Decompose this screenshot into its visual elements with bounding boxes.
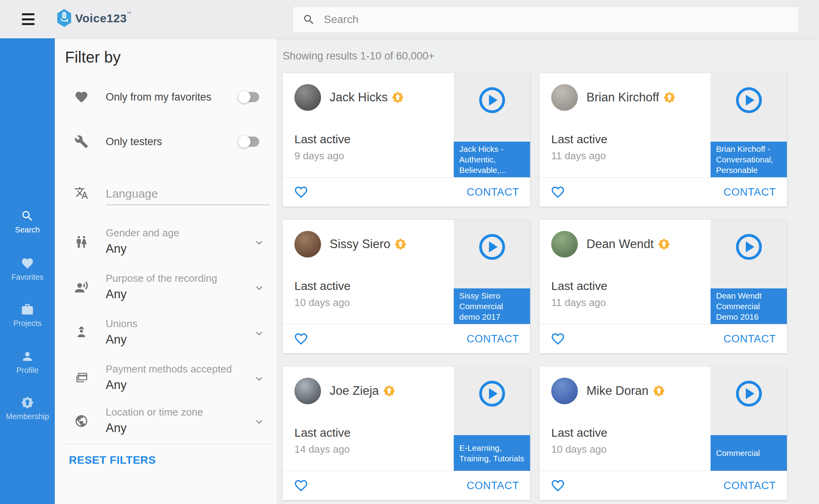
filter-value: Any — [106, 242, 126, 256]
contact-button[interactable]: CONTACT — [467, 186, 519, 198]
chevron-down-icon[interactable] — [254, 237, 265, 248]
filter-only-testers-row: Only testers — [55, 129, 276, 154]
sidebar-item-membership[interactable]: Membership — [0, 396, 55, 421]
talent-card: Dean Wendt Last active 11 days ago — [539, 220, 787, 353]
divider — [63, 444, 273, 444]
language-input[interactable] — [106, 182, 270, 205]
contact-button[interactable]: CONTACT — [467, 480, 519, 492]
demo-panel: Brian Kirchoff - Conversational, Persona… — [711, 73, 787, 177]
menu-icon[interactable] — [22, 13, 34, 25]
talent-name[interactable]: Dean Wendt — [586, 237, 654, 251]
avatar[interactable] — [294, 84, 321, 111]
chevron-down-icon[interactable] — [254, 373, 265, 384]
person-icon — [21, 350, 34, 363]
play-button[interactable] — [479, 234, 505, 260]
last-active-value: 9 days ago — [294, 150, 344, 162]
sidebar-item-projects[interactable]: Projects — [0, 303, 55, 328]
demo-title-chip[interactable]: Dean Wendt Commercial Demo 2016 — [711, 288, 787, 324]
talent-card: Sissy Siero Last active 10 days ago — [283, 220, 530, 353]
demo-panel: Commercial — [711, 367, 787, 471]
only-favorites-toggle[interactable] — [240, 92, 259, 102]
heart-outline-icon — [550, 331, 565, 346]
global-search-input[interactable] — [324, 13, 789, 26]
contact-button[interactable]: CONTACT — [467, 333, 519, 345]
filter-payment-methods[interactable]: Payment methods accepted Any — [55, 359, 276, 397]
reset-filters-button[interactable]: RESET FILTERS — [69, 454, 156, 466]
sidebar-label: Search — [0, 225, 55, 234]
talent-name[interactable]: Brian Kirchoff — [586, 90, 659, 104]
avatar[interactable] — [294, 378, 321, 404]
contact-button[interactable]: CONTACT — [723, 186, 776, 198]
card-media: Brian Kirchoff Last active 11 days ago — [539, 73, 787, 177]
demo-title-chip[interactable]: E-Learning, Training, Tutorials — [454, 435, 530, 471]
filter-label: Location or time zone — [106, 406, 203, 418]
contact-button[interactable]: CONTACT — [723, 333, 776, 345]
play-button[interactable] — [736, 381, 762, 407]
last-active-value: 11 days ago — [551, 297, 606, 309]
card-actions: CONTACT — [539, 177, 787, 207]
membership-badge-icon — [391, 91, 404, 104]
engineer-icon — [74, 326, 88, 340]
filter-label: Gender and age — [106, 227, 179, 239]
talent-name[interactable]: Sissy Siero — [330, 237, 390, 251]
results-panel: Showing results 1-10 of 60,000+ Jack Hic… — [276, 38, 819, 504]
filter-label: Only testers — [106, 136, 162, 148]
briefcase-icon — [21, 303, 34, 316]
chevron-down-icon[interactable] — [254, 416, 265, 427]
filter-panel: Filter by Only from my favorites Only te… — [55, 38, 276, 504]
demo-title-chip[interactable]: Brian Kirchoff - Conversational, Persona… — [711, 142, 787, 177]
chevron-down-icon[interactable] — [254, 283, 265, 293]
results-count: Showing results 1-10 of 60,000+ — [283, 50, 435, 62]
sidebar-item-profile[interactable]: Profile — [0, 350, 55, 375]
demo-title-chip[interactable]: Jack Hicks - Authentic, Believable,... — [454, 142, 530, 177]
avatar[interactable] — [551, 84, 578, 111]
talent-name[interactable]: Joe Zieja — [330, 384, 379, 398]
demo-title-chip[interactable]: Commercial — [711, 435, 787, 471]
membership-badge-icon — [663, 91, 676, 104]
filter-gender-age[interactable]: Gender and age Any — [55, 223, 276, 261]
filter-location-timezone[interactable]: Location or time zone Any — [55, 402, 276, 440]
sidebar-item-search[interactable]: Search — [0, 209, 55, 234]
favorite-button[interactable] — [550, 185, 565, 200]
demo-panel: Sissy Siero Commercial demo 2017 — [454, 220, 530, 324]
avatar[interactable] — [551, 378, 578, 404]
favorite-button[interactable] — [550, 478, 565, 493]
filter-only-favorites-row: Only from my favorites — [55, 85, 276, 110]
avatar[interactable] — [294, 231, 321, 257]
play-button[interactable] — [479, 381, 505, 407]
talent-name[interactable]: Jack Hicks — [330, 90, 388, 104]
play-button[interactable] — [736, 234, 762, 260]
sidebar-item-favorites[interactable]: Favorites — [0, 257, 55, 282]
wrench-icon — [74, 135, 88, 149]
filter-purpose[interactable]: Purpose of the recording Any — [55, 268, 276, 306]
logo-trademark: ™ — [127, 11, 131, 16]
card-actions: CONTACT — [539, 324, 787, 353]
voice123-logo[interactable]: Voice123 ™ — [56, 9, 131, 27]
talent-name[interactable]: Mike Doran — [586, 384, 649, 398]
favorite-button[interactable] — [294, 331, 308, 346]
filter-label: Purpose of the recording — [106, 272, 217, 284]
talent-info: Dean Wendt Last active 11 days ago — [539, 220, 711, 324]
last-active-value: 11 days ago — [551, 150, 606, 162]
filter-unions[interactable]: Unions Any — [55, 314, 276, 351]
talent-card: Brian Kirchoff Last active 11 days ago — [539, 73, 787, 207]
favorite-button[interactable] — [550, 331, 565, 346]
sidebar-label: Membership — [0, 412, 55, 421]
only-testers-toggle[interactable] — [240, 137, 259, 147]
demo-title-chip[interactable]: Sissy Siero Commercial demo 2017 — [454, 288, 530, 324]
play-button[interactable] — [736, 87, 762, 113]
play-button[interactable] — [479, 87, 505, 113]
heart-outline-icon — [294, 478, 308, 493]
favorite-button[interactable] — [294, 478, 308, 493]
contact-button[interactable]: CONTACT — [723, 480, 776, 492]
demo-panel: Dean Wendt Commercial Demo 2016 — [711, 220, 787, 324]
avatar[interactable] — [551, 231, 578, 257]
play-icon — [746, 388, 754, 399]
membership-badge-icon — [653, 385, 665, 397]
globe-icon — [74, 414, 88, 428]
sidebar-label: Profile — [0, 366, 55, 375]
card-media: Mike Doran Last active 10 days ago — [539, 367, 787, 471]
favorite-button[interactable] — [294, 185, 308, 200]
global-search[interactable] — [293, 7, 799, 32]
chevron-down-icon[interactable] — [254, 328, 265, 339]
